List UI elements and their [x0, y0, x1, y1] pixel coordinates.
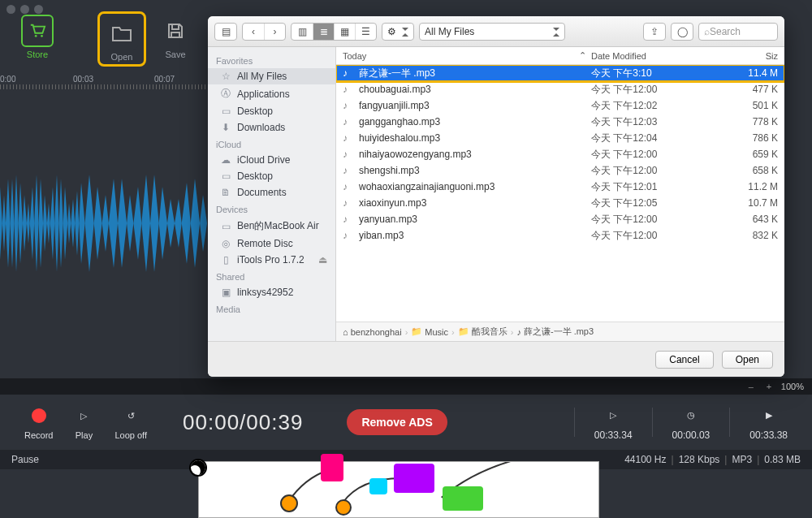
- clock-icon: ◷: [680, 404, 702, 426]
- location-popup[interactable]: All My Files: [419, 23, 565, 41]
- open-file-dialog: ▤ ‹› ▥≣▦☰ ⚙ All My Files ⇪ ◯ ⌕ Search Fa…: [208, 16, 784, 377]
- folder-icon: 📁: [458, 326, 469, 337]
- search-input[interactable]: ⌕ Search: [698, 23, 778, 41]
- store-button[interactable]: Store: [18, 15, 57, 59]
- file-row[interactable]: ♪gangganghao.mp3今天 下午12:03778 K: [336, 114, 784, 130]
- file-row[interactable]: ♪yanyuan.mp3今天 下午12:00643 K: [336, 211, 784, 227]
- sidebar-item[interactable]: ☆All My Files: [208, 68, 335, 84]
- back-icon: ‹: [243, 24, 264, 40]
- sidebar-item[interactable]: ◎Remote Disc: [208, 235, 335, 252]
- mac-icon: ▭: [219, 221, 232, 232]
- zoom-icon[interactable]: [34, 5, 43, 14]
- arrange-popup[interactable]: ⚙: [382, 23, 414, 41]
- sidebar-item-label: Desktop: [237, 106, 273, 117]
- selection-duration[interactable]: ◷00:00.03: [672, 404, 710, 441]
- sidebar-header: Media: [208, 300, 335, 317]
- file-row[interactable]: ♪fangyuanjili.mp3今天 下午12:02501 K: [336, 97, 784, 114]
- timecode: 00:00/00:39: [183, 410, 303, 435]
- view-mode[interactable]: ▥≣▦☰: [291, 23, 377, 41]
- column-header[interactable]: Today⌃ Date Modified Siz: [336, 47, 784, 65]
- net-icon: ▣: [219, 287, 232, 298]
- tags-button[interactable]: ◯: [671, 23, 693, 41]
- audio-file-icon: ♪: [343, 197, 359, 209]
- file-name: xiaoxinyun.mp3: [359, 197, 591, 209]
- audio-file-icon: ♪: [343, 67, 359, 79]
- file-row[interactable]: ♪choubaguai.mp3今天 下午12:00477 K: [336, 81, 784, 97]
- sort-arrow-icon: ⌃: [579, 50, 586, 61]
- eject-icon[interactable]: ⏏: [318, 254, 327, 265]
- status-size: 0.83 MB: [764, 454, 801, 465]
- zoom-out-button[interactable]: –: [745, 382, 757, 391]
- file-size: 658 K: [721, 165, 778, 176]
- doc-icon: 🗎: [219, 187, 232, 198]
- sidebar-item[interactable]: 🗎Documents: [208, 184, 335, 201]
- file-size: 10.7 M: [721, 197, 778, 209]
- zoom-bar: – + 100%: [0, 378, 812, 395]
- transport-controls: Record ▷Play ↺Loop off 00:00/00:39 Remov…: [0, 395, 812, 450]
- loop-button[interactable]: ↺Loop off: [114, 404, 147, 440]
- close-icon[interactable]: [6, 5, 15, 14]
- path-component[interactable]: 📁 Music: [411, 326, 448, 337]
- cancel-button[interactable]: Cancel: [655, 351, 713, 369]
- ad-panel[interactable]: [198, 461, 599, 518]
- sidebar-item[interactable]: ⬇Downloads: [208, 119, 335, 136]
- status-state: Pause: [11, 454, 39, 465]
- zoom-in-button[interactable]: +: [763, 382, 775, 391]
- selection-end[interactable]: ▶00:33.38: [749, 404, 788, 441]
- file-name: fangyuanjili.mp3: [359, 100, 591, 111]
- file-name: yanyuan.mp3: [359, 214, 591, 225]
- file-date: 今天 下午12:00: [591, 83, 721, 97]
- file-size: 11.4 M: [721, 67, 778, 79]
- sidebar-header: iCloud: [208, 136, 335, 152]
- sidebar-item[interactable]: ⒶApplications: [208, 84, 335, 103]
- flag-end-icon: ▶: [758, 404, 780, 426]
- file-row[interactable]: ♪wohaoxiangzainajianguoni.mp3今天 下午12:011…: [336, 179, 784, 195]
- play-button[interactable]: ▷Play: [72, 404, 95, 440]
- sidebar-item-label: Applications: [237, 88, 290, 100]
- path-component[interactable]: ⌂ benzhonghai: [343, 327, 402, 337]
- remove-ads-button[interactable]: Remove ADS: [347, 409, 447, 435]
- sidebar-item[interactable]: ☁iCloud Drive: [208, 152, 335, 168]
- path-component[interactable]: ♪ 薛之谦-一半 .mp3: [516, 326, 594, 338]
- audio-file-icon: ♪: [343, 181, 359, 192]
- selection-start[interactable]: ▷00:33.34: [594, 404, 633, 441]
- file-row[interactable]: ♪yiban.mp3今天 下午12:00832 K: [336, 227, 784, 244]
- sidebar-item[interactable]: ▭Desktop: [208, 168, 335, 184]
- window-controls: [6, 5, 43, 14]
- nav-back-forward[interactable]: ‹›: [242, 23, 286, 41]
- file-row[interactable]: ♪xiaoxinyun.mp3今天 下午12:0510.7 M: [336, 195, 784, 211]
- file-row[interactable]: ♪huiyideshalou.mp3今天 下午12:04786 K: [336, 130, 784, 146]
- file-size: 786 K: [721, 132, 778, 144]
- audio-file-icon: ♪: [343, 149, 359, 160]
- share-button[interactable]: ⇪: [643, 23, 666, 41]
- sidebar-item[interactable]: ▭Ben的MacBook Air: [208, 217, 335, 235]
- file-name: choubaguai.mp3: [359, 84, 591, 95]
- path-bar[interactable]: ⌂ benzhonghai›📁 Music›📁 酷我音乐›♪ 薛之谦-一半 .m…: [336, 322, 784, 341]
- file-row[interactable]: ♪薛之谦-一半 .mp3今天 下午3:1011.4 M: [336, 65, 784, 81]
- file-date: 今天 下午12:00: [591, 229, 721, 243]
- sidebar-item[interactable]: ▭Desktop: [208, 103, 335, 119]
- path-component[interactable]: 📁 酷我音乐: [458, 326, 508, 338]
- sidebar-item[interactable]: ▣linksys42952: [208, 284, 335, 300]
- svg-point-0: [35, 35, 37, 37]
- file-name: 薛之谦-一半 .mp3: [359, 67, 591, 80]
- file-row[interactable]: ♪shengshi.mp3今天 下午12:00658 K: [336, 162, 784, 179]
- sidebar-toggle[interactable]: ▤: [214, 23, 237, 41]
- open-button[interactable]: Open: [97, 11, 146, 67]
- sidebar-item[interactable]: ▯iTools Pro 1.7.2⏏: [208, 252, 335, 268]
- disc-icon: ◎: [219, 238, 232, 249]
- file-row[interactable]: ♪nihaiyaowozengyang.mp3今天 下午12:00659 K: [336, 146, 784, 162]
- sidebar-header: Devices: [208, 201, 335, 217]
- sidebar-item-label: iCloud Drive: [237, 154, 290, 166]
- open-confirm-button[interactable]: Open: [722, 351, 773, 369]
- audio-file-icon: ♪: [343, 132, 359, 144]
- svg-point-1: [41, 35, 43, 37]
- record-button[interactable]: Record: [24, 404, 53, 440]
- minimize-icon[interactable]: [20, 5, 29, 14]
- audio-icon: ♪: [516, 327, 521, 337]
- ruler-mark: 00:03: [73, 75, 93, 84]
- store-label: Store: [18, 50, 57, 59]
- save-button[interactable]: Save: [156, 15, 195, 59]
- share-icon: ⇪: [644, 24, 665, 40]
- dialog-toolbar: ▤ ‹› ▥≣▦☰ ⚙ All My Files ⇪ ◯ ⌕ Search: [208, 16, 784, 47]
